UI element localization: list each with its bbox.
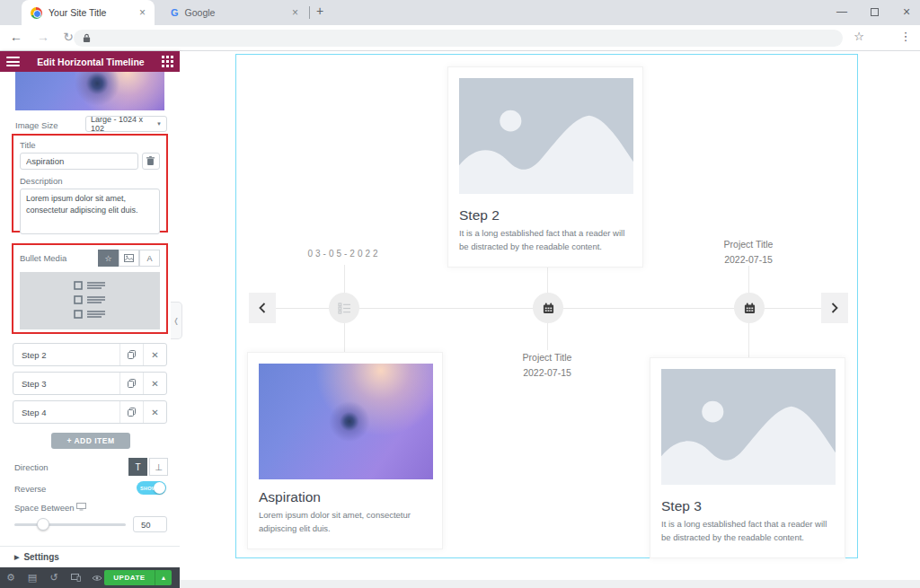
placeholder-image bbox=[661, 369, 836, 485]
timeline-date-label: 03-05-2022 bbox=[290, 249, 398, 259]
connector bbox=[344, 323, 345, 352]
aspiration-image bbox=[259, 364, 433, 479]
space-between-slider-knob[interactable] bbox=[37, 518, 49, 531]
image-size-select[interactable]: Large - 1024 x 102 ▼ bbox=[85, 116, 167, 132]
meta-date: 2022-07-15 bbox=[694, 252, 802, 268]
direction-vertical-button[interactable]: ⊥ bbox=[149, 458, 168, 476]
timeline-node-3[interactable] bbox=[734, 293, 765, 323]
reverse-toggle[interactable]: SHOW bbox=[137, 481, 166, 495]
close-button[interactable]: × bbox=[893, 0, 920, 23]
menu-hamburger-icon[interactable] bbox=[6, 57, 20, 66]
tab-strip: Your Site Title × G Google × + — × bbox=[0, 0, 920, 25]
direction-label: Direction bbox=[14, 462, 49, 472]
repeater-item-step2[interactable]: Step 2 ✕ bbox=[13, 343, 167, 366]
elementor-panel: Edit Horizontal Timeline Image Size Larg… bbox=[0, 51, 180, 588]
title-input[interactable] bbox=[20, 153, 138, 170]
remove-item-button[interactable]: ✕ bbox=[143, 344, 166, 365]
meta-title: Project Title bbox=[694, 237, 802, 252]
connector bbox=[547, 265, 548, 293]
repeater-item-step3[interactable]: Step 3 ✕ bbox=[13, 372, 167, 395]
space-between-slider-track[interactable] bbox=[14, 523, 126, 526]
add-item-button[interactable]: + ADD ITEM bbox=[51, 433, 130, 449]
image-size-label: Image Size bbox=[15, 120, 58, 130]
space-between-label: Space Between bbox=[14, 503, 75, 513]
connector bbox=[547, 323, 548, 350]
remove-item-button[interactable]: ✕ bbox=[143, 401, 166, 423]
update-options-caret[interactable]: ▲ bbox=[155, 570, 172, 585]
tab-google[interactable]: G Google × bbox=[162, 0, 307, 25]
bullet-media-placeholder[interactable] bbox=[20, 272, 160, 329]
repeater-item-step4[interactable]: Step 4 ✕ bbox=[13, 400, 167, 424]
panel-collapse-handle[interactable]: ❬ bbox=[171, 302, 182, 339]
remove-item-button[interactable]: ✕ bbox=[143, 373, 166, 394]
item-label: Step 3 bbox=[13, 379, 119, 389]
responsive-mode-icon[interactable] bbox=[65, 573, 86, 584]
update-button[interactable]: UPDATE bbox=[104, 570, 155, 585]
timeline-card-aspiration[interactable]: Aspiration Lorem ipsum dolor sit amet, c… bbox=[247, 352, 443, 549]
history-icon[interactable]: ↺ bbox=[43, 572, 65, 584]
bookmark-star-icon[interactable]: ☆ bbox=[850, 30, 868, 43]
direction-horizontal-button[interactable]: T bbox=[128, 458, 147, 476]
settings-gear-icon[interactable]: ⚙ bbox=[0, 572, 22, 584]
duplicate-button[interactable] bbox=[119, 344, 143, 365]
duplicate-icon bbox=[128, 408, 136, 417]
connector bbox=[748, 266, 749, 293]
timeline-meta-label: Project Title 2022-07-15 bbox=[493, 350, 601, 381]
minimize-button[interactable]: — bbox=[828, 0, 855, 23]
new-tab-button[interactable]: + bbox=[316, 4, 323, 18]
settings-section[interactable]: ▶ Settings bbox=[0, 546, 180, 567]
editor-canvas: 03-05-2022 Project Title 2022-07-15 Proj… bbox=[180, 51, 920, 588]
tab-close-icon[interactable]: × bbox=[139, 6, 146, 19]
address-bar[interactable] bbox=[74, 30, 843, 47]
back-icon[interactable]: ← bbox=[7, 30, 25, 44]
timeline-node-1[interactable] bbox=[329, 293, 359, 323]
image-size-value: Large - 1024 x 102 bbox=[91, 115, 156, 133]
tab-your-site-title[interactable]: Your Site Title × bbox=[22, 0, 155, 25]
settings-label: Settings bbox=[23, 552, 58, 562]
close-icon: ✕ bbox=[151, 350, 158, 360]
timeline-card-step2[interactable]: Step 2 It is a long established fact tha… bbox=[447, 66, 643, 268]
annotation-highlight-title-description: Title Description Lorem ipsum dolor sit … bbox=[12, 134, 168, 233]
timeline-card-step3[interactable]: Step 3 It is a long established fact tha… bbox=[650, 357, 845, 558]
space-between-input[interactable] bbox=[133, 516, 167, 532]
duplicate-button[interactable] bbox=[119, 401, 143, 423]
toggle-knob bbox=[154, 482, 165, 494]
browser-toolbar: ← → ↻ ☆ ⋮ bbox=[0, 25, 920, 51]
card-title: Aspiration bbox=[259, 489, 431, 505]
close-icon: ✕ bbox=[151, 379, 158, 389]
timeline-node-2[interactable] bbox=[533, 293, 563, 323]
bullet-media-icon-option[interactable]: ☆ bbox=[98, 250, 119, 267]
trash-icon bbox=[146, 156, 155, 166]
navigator-icon[interactable]: ▤ bbox=[22, 572, 43, 584]
desktop-icon bbox=[76, 503, 86, 511]
forward-icon[interactable]: → bbox=[34, 30, 52, 44]
maximize-button[interactable] bbox=[861, 0, 888, 23]
tab-close-icon[interactable]: × bbox=[292, 6, 298, 19]
close-icon: ✕ bbox=[151, 408, 158, 417]
bullet-media-text-option[interactable]: A bbox=[139, 250, 160, 267]
annotation-highlight-bullet-media: Bullet Media ☆ A bbox=[12, 243, 168, 334]
description-textarea[interactable]: Lorem ipsum dolor sit amet, consectetur … bbox=[20, 189, 160, 234]
chevron-left-icon bbox=[259, 303, 266, 313]
image-icon bbox=[124, 254, 134, 262]
star-icon: ☆ bbox=[104, 254, 111, 263]
bullet-media-image-option[interactable] bbox=[119, 250, 139, 267]
card-title: Step 2 bbox=[459, 207, 632, 224]
duplicate-icon bbox=[128, 379, 136, 388]
image-preview[interactable] bbox=[15, 72, 164, 110]
timeline-next-button[interactable] bbox=[821, 293, 848, 323]
caret-right-icon: ▶ bbox=[14, 554, 19, 561]
chrome-logo-icon bbox=[31, 7, 42, 19]
panel-header: Edit Horizontal Timeline bbox=[0, 51, 180, 72]
menu-dots-icon[interactable]: ⋮ bbox=[897, 30, 915, 43]
trash-button[interactable] bbox=[142, 153, 160, 170]
card-description: It is a long established fact that a rea… bbox=[661, 518, 834, 544]
timeline-meta-label: Project Title 2022-07-15 bbox=[694, 237, 802, 268]
meta-title: Project Title bbox=[493, 350, 601, 365]
calendar-icon bbox=[744, 303, 756, 314]
tab-title: Google bbox=[185, 7, 216, 18]
timeline-prev-button[interactable] bbox=[249, 293, 276, 323]
duplicate-button[interactable] bbox=[119, 373, 143, 394]
panel-title: Edit Horizontal Timeline bbox=[37, 57, 144, 67]
widgets-grid-icon[interactable] bbox=[162, 56, 173, 67]
